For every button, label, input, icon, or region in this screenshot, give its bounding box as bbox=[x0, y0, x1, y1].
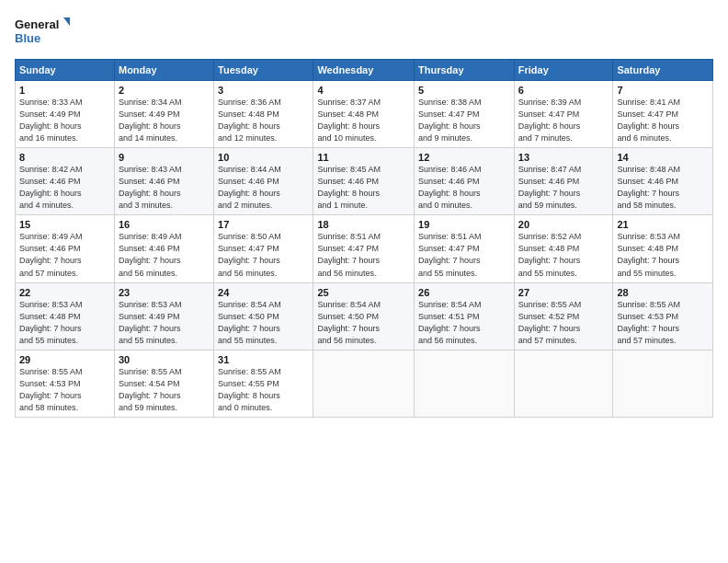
page-header: General Blue bbox=[15, 15, 713, 50]
logo-svg: General Blue bbox=[15, 15, 70, 50]
day-info: Sunrise: 8:46 AM Sunset: 4:46 PM Dayligh… bbox=[418, 164, 510, 212]
day-number: 25 bbox=[317, 287, 410, 298]
calendar-cell bbox=[514, 350, 613, 417]
day-number: 30 bbox=[119, 354, 210, 365]
day-number: 31 bbox=[218, 354, 309, 365]
calendar-cell: 10Sunrise: 8:44 AM Sunset: 4:46 PM Dayli… bbox=[214, 148, 313, 215]
calendar-cell bbox=[415, 350, 515, 417]
day-info: Sunrise: 8:34 AM Sunset: 4:49 PM Dayligh… bbox=[119, 97, 210, 144]
day-number: 6 bbox=[518, 85, 609, 96]
day-info: Sunrise: 8:54 AM Sunset: 4:51 PM Dayligh… bbox=[418, 299, 510, 347]
day-number: 5 bbox=[418, 85, 510, 96]
day-info: Sunrise: 8:48 AM Sunset: 4:46 PM Dayligh… bbox=[617, 164, 709, 212]
day-number: 20 bbox=[518, 219, 609, 230]
calendar-cell: 6Sunrise: 8:39 AM Sunset: 4:47 PM Daylig… bbox=[514, 81, 613, 148]
day-number: 1 bbox=[19, 85, 110, 96]
calendar-cell: 20Sunrise: 8:52 AM Sunset: 4:48 PM Dayli… bbox=[514, 215, 613, 282]
column-header-sunday: Sunday bbox=[16, 60, 115, 81]
calendar-header: SundayMondayTuesdayWednesdayThursdayFrid… bbox=[16, 60, 713, 81]
day-info: Sunrise: 8:41 AM Sunset: 4:47 PM Dayligh… bbox=[617, 97, 709, 144]
calendar-cell: 31Sunrise: 8:55 AM Sunset: 4:55 PM Dayli… bbox=[214, 350, 313, 417]
calendar-cell: 21Sunrise: 8:53 AM Sunset: 4:48 PM Dayli… bbox=[613, 215, 713, 282]
calendar-cell: 22Sunrise: 8:53 AM Sunset: 4:48 PM Dayli… bbox=[16, 282, 115, 350]
calendar-cell: 18Sunrise: 8:51 AM Sunset: 4:47 PM Dayli… bbox=[313, 215, 415, 282]
day-number: 18 bbox=[317, 219, 410, 230]
calendar-cell: 11Sunrise: 8:45 AM Sunset: 4:46 PM Dayli… bbox=[313, 148, 415, 215]
calendar-cell: 2Sunrise: 8:34 AM Sunset: 4:49 PM Daylig… bbox=[114, 81, 213, 148]
day-info: Sunrise: 8:53 AM Sunset: 4:48 PM Dayligh… bbox=[617, 231, 709, 279]
calendar-cell: 19Sunrise: 8:51 AM Sunset: 4:47 PM Dayli… bbox=[415, 215, 515, 282]
calendar-cell: 15Sunrise: 8:49 AM Sunset: 4:46 PM Dayli… bbox=[16, 215, 115, 282]
day-info: Sunrise: 8:55 AM Sunset: 4:54 PM Dayligh… bbox=[119, 366, 210, 414]
day-number: 16 bbox=[119, 219, 210, 230]
calendar-cell: 14Sunrise: 8:48 AM Sunset: 4:46 PM Dayli… bbox=[613, 148, 713, 215]
day-number: 15 bbox=[19, 219, 110, 230]
logo: General Blue bbox=[15, 15, 70, 50]
calendar-cell: 3Sunrise: 8:36 AM Sunset: 4:48 PM Daylig… bbox=[214, 81, 313, 148]
calendar-cell bbox=[613, 350, 713, 417]
calendar-cell: 13Sunrise: 8:47 AM Sunset: 4:46 PM Dayli… bbox=[514, 148, 613, 215]
calendar-week-2: 8Sunrise: 8:42 AM Sunset: 4:46 PM Daylig… bbox=[16, 148, 713, 215]
calendar-cell: 12Sunrise: 8:46 AM Sunset: 4:46 PM Dayli… bbox=[415, 148, 515, 215]
day-info: Sunrise: 8:49 AM Sunset: 4:46 PM Dayligh… bbox=[19, 231, 110, 279]
calendar-cell: 17Sunrise: 8:50 AM Sunset: 4:47 PM Dayli… bbox=[214, 215, 313, 282]
day-number: 7 bbox=[617, 85, 709, 96]
calendar-body: 1Sunrise: 8:33 AM Sunset: 4:49 PM Daylig… bbox=[16, 81, 713, 418]
day-info: Sunrise: 8:37 AM Sunset: 4:48 PM Dayligh… bbox=[317, 97, 410, 144]
day-number: 12 bbox=[418, 152, 510, 163]
day-number: 8 bbox=[19, 152, 110, 163]
day-number: 13 bbox=[518, 152, 609, 163]
day-number: 3 bbox=[218, 85, 309, 96]
calendar-cell: 30Sunrise: 8:55 AM Sunset: 4:54 PM Dayli… bbox=[114, 350, 213, 417]
calendar-week-4: 22Sunrise: 8:53 AM Sunset: 4:48 PM Dayli… bbox=[16, 282, 713, 350]
day-info: Sunrise: 8:47 AM Sunset: 4:46 PM Dayligh… bbox=[518, 164, 609, 212]
day-info: Sunrise: 8:55 AM Sunset: 4:55 PM Dayligh… bbox=[218, 366, 309, 414]
svg-marker-2 bbox=[63, 17, 70, 26]
day-info: Sunrise: 8:54 AM Sunset: 4:50 PM Dayligh… bbox=[218, 299, 309, 347]
day-number: 21 bbox=[617, 219, 709, 230]
column-header-thursday: Thursday bbox=[415, 60, 515, 81]
calendar-week-3: 15Sunrise: 8:49 AM Sunset: 4:46 PM Dayli… bbox=[16, 215, 713, 282]
calendar-cell: 8Sunrise: 8:42 AM Sunset: 4:46 PM Daylig… bbox=[16, 148, 115, 215]
day-number: 2 bbox=[119, 85, 210, 96]
day-info: Sunrise: 8:55 AM Sunset: 4:52 PM Dayligh… bbox=[518, 299, 609, 347]
calendar-week-5: 29Sunrise: 8:55 AM Sunset: 4:53 PM Dayli… bbox=[16, 350, 713, 417]
day-info: Sunrise: 8:54 AM Sunset: 4:50 PM Dayligh… bbox=[317, 299, 410, 347]
calendar-cell: 27Sunrise: 8:55 AM Sunset: 4:52 PM Dayli… bbox=[514, 282, 613, 350]
day-info: Sunrise: 8:36 AM Sunset: 4:48 PM Dayligh… bbox=[218, 97, 309, 144]
day-number: 14 bbox=[617, 152, 709, 163]
calendar-cell: 26Sunrise: 8:54 AM Sunset: 4:51 PM Dayli… bbox=[415, 282, 515, 350]
day-info: Sunrise: 8:39 AM Sunset: 4:47 PM Dayligh… bbox=[518, 97, 609, 144]
day-info: Sunrise: 8:38 AM Sunset: 4:47 PM Dayligh… bbox=[418, 97, 510, 144]
calendar-cell: 5Sunrise: 8:38 AM Sunset: 4:47 PM Daylig… bbox=[415, 81, 515, 148]
calendar-cell: 9Sunrise: 8:43 AM Sunset: 4:46 PM Daylig… bbox=[114, 148, 213, 215]
day-info: Sunrise: 8:33 AM Sunset: 4:49 PM Dayligh… bbox=[19, 97, 110, 144]
day-info: Sunrise: 8:55 AM Sunset: 4:53 PM Dayligh… bbox=[617, 299, 709, 347]
day-number: 19 bbox=[418, 219, 510, 230]
calendar-cell: 29Sunrise: 8:55 AM Sunset: 4:53 PM Dayli… bbox=[16, 350, 115, 417]
calendar-cell: 24Sunrise: 8:54 AM Sunset: 4:50 PM Dayli… bbox=[214, 282, 313, 350]
day-number: 23 bbox=[119, 287, 210, 298]
day-info: Sunrise: 8:51 AM Sunset: 4:47 PM Dayligh… bbox=[418, 231, 510, 279]
calendar-table: SundayMondayTuesdayWednesdayThursdayFrid… bbox=[15, 59, 713, 418]
day-number: 28 bbox=[617, 287, 709, 298]
calendar-cell: 28Sunrise: 8:55 AM Sunset: 4:53 PM Dayli… bbox=[613, 282, 713, 350]
day-number: 22 bbox=[19, 287, 110, 298]
column-header-monday: Monday bbox=[114, 60, 213, 81]
calendar-cell: 7Sunrise: 8:41 AM Sunset: 4:47 PM Daylig… bbox=[613, 81, 713, 148]
day-info: Sunrise: 8:42 AM Sunset: 4:46 PM Dayligh… bbox=[19, 164, 110, 212]
day-number: 17 bbox=[218, 219, 309, 230]
day-info: Sunrise: 8:55 AM Sunset: 4:53 PM Dayligh… bbox=[19, 366, 110, 414]
calendar-cell: 16Sunrise: 8:49 AM Sunset: 4:46 PM Dayli… bbox=[114, 215, 213, 282]
day-number: 4 bbox=[317, 85, 410, 96]
column-header-friday: Friday bbox=[514, 60, 613, 81]
day-info: Sunrise: 8:43 AM Sunset: 4:46 PM Dayligh… bbox=[119, 164, 210, 212]
calendar-week-1: 1Sunrise: 8:33 AM Sunset: 4:49 PM Daylig… bbox=[16, 81, 713, 148]
column-header-saturday: Saturday bbox=[613, 60, 713, 81]
svg-marker-3 bbox=[67, 22, 70, 30]
day-number: 9 bbox=[119, 152, 210, 163]
svg-text:Blue: Blue bbox=[15, 31, 40, 45]
day-number: 29 bbox=[19, 354, 110, 365]
column-header-tuesday: Tuesday bbox=[214, 60, 313, 81]
column-header-wednesday: Wednesday bbox=[313, 60, 415, 81]
